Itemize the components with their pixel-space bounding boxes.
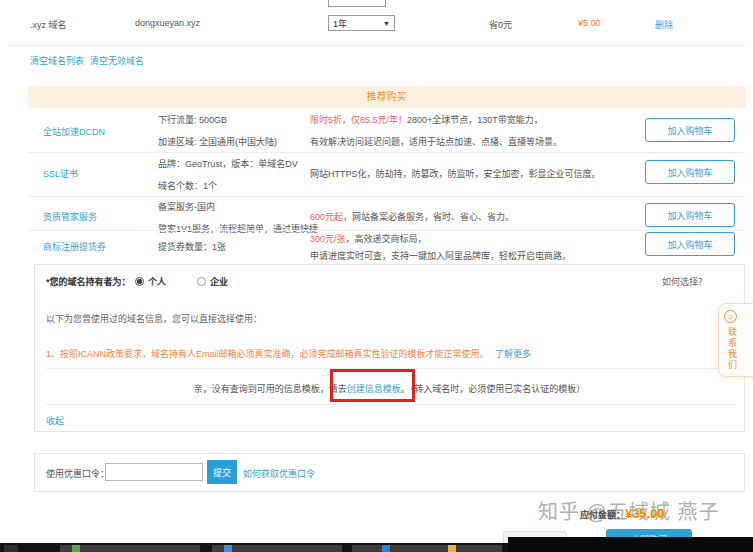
coupon-submit-button[interactable]: 提交 bbox=[207, 460, 237, 484]
term-select[interactable]: 1年 ▼ bbox=[328, 15, 395, 31]
product-link-beian[interactable]: 资质管家服务 bbox=[43, 210, 97, 223]
product-desc: 300元/张，高效递交商标局， bbox=[310, 232, 630, 245]
app-icon-yellow[interactable] bbox=[448, 545, 456, 552]
price-text: ¥5.00 bbox=[578, 18, 601, 28]
chevron-down-icon: ▼ bbox=[383, 20, 390, 27]
clear-domain-list-link[interactable]: 清空域名列表 bbox=[30, 54, 84, 67]
delete-link[interactable]: 删除 bbox=[655, 18, 673, 31]
collapse-link[interactable]: 收起 bbox=[46, 414, 64, 427]
product-spec: 品牌：GeoTrust，版本：单域名DV bbox=[158, 157, 298, 170]
product-desc-line2: 有效解决访问延迟问题，适用于站点加速、点播、直播等场景。 bbox=[310, 135, 630, 148]
product-spec: 域名个数：1个 bbox=[158, 179, 217, 192]
how-to-choose-link[interactable]: 如何选择？ bbox=[662, 275, 707, 288]
product-spec: 下行流量: 500GB bbox=[158, 113, 227, 126]
product-link-ssl[interactable]: SSL证书 bbox=[43, 167, 78, 180]
red-annotation-box bbox=[330, 369, 415, 402]
domain-name: dongxueyan.xyz bbox=[135, 18, 200, 28]
icann-note: 1、按照ICANN政策要求，域名持有人Email邮箱必须真实准确，必须完成邮箱真… bbox=[46, 347, 531, 360]
divider bbox=[28, 152, 745, 153]
product-spec: 提货券数量：1张 bbox=[158, 240, 226, 253]
divider bbox=[28, 230, 745, 231]
contact-widget[interactable]: ☺ 联系我们 bbox=[718, 303, 753, 377]
product-desc: 600元起，网站备案必备服务，省时、省心、省力。 bbox=[310, 210, 630, 223]
product-spec: 管家1V1服务，流程超简单，通过更快捷 bbox=[158, 222, 318, 235]
term-select-value: 1年 bbox=[333, 17, 347, 30]
radio-selected-icon bbox=[135, 277, 144, 286]
add-to-cart-button[interactable]: 加入购物车 bbox=[645, 232, 735, 256]
app-icon-green[interactable] bbox=[72, 545, 80, 552]
radio-unselected-icon bbox=[197, 277, 206, 286]
term-select-remnant bbox=[328, 0, 386, 7]
taskbar-window[interactable] bbox=[352, 545, 502, 552]
divider bbox=[8, 45, 745, 46]
used-info-text: 以下为您曾使用过的域名信息，您可以直接选择使用： bbox=[46, 312, 262, 325]
promo-highlight: 300元/张 bbox=[310, 234, 346, 244]
radio-personal[interactable]: 个人 bbox=[135, 275, 166, 288]
product-desc: 限时5折，仅85.5元/年！2800+全球节点，130T带宽能力， bbox=[310, 113, 630, 126]
contact-widget-label: 联系我们 bbox=[726, 327, 739, 371]
amount-label: 应付金额： bbox=[580, 510, 625, 520]
app-icon-blue[interactable] bbox=[224, 545, 232, 552]
clear-invalid-domain-link[interactable]: 清空无效域名 bbox=[90, 54, 144, 67]
divider bbox=[46, 404, 734, 405]
add-to-cart-button[interactable]: 加入购物车 bbox=[645, 118, 735, 142]
coupon-label: 使用优惠口令： bbox=[46, 467, 109, 480]
product-link-trademark[interactable]: 商标注册提货券 bbox=[43, 240, 106, 253]
product-desc-line2: 申请进度实时可查，支持一键加入阿里品牌库，轻松开启电商路。 bbox=[310, 249, 640, 262]
learn-more-link[interactable]: 了解更多 bbox=[495, 349, 531, 359]
add-to-cart-button[interactable]: 加入购物车 bbox=[645, 160, 735, 184]
domain-tld-label: .xyz 域名 bbox=[30, 18, 67, 31]
app-icon-blue2[interactable] bbox=[382, 545, 390, 552]
domain-purchase-page: .xyz 域名 dongxueyan.xyz 1年 ▼ 省0元 ¥5.00 删除… bbox=[0, 0, 753, 552]
taskbar-window[interactable] bbox=[60, 545, 200, 552]
amount-value: ¥35.00 bbox=[625, 506, 665, 521]
holder-type-label: *您的域名持有者为： bbox=[46, 275, 131, 288]
product-spec: 备案服务-国内 bbox=[158, 200, 215, 213]
divider bbox=[28, 196, 745, 197]
product-desc: 网站HTTPS化，防劫持，防篡改，防监听，安全加密，彰显企业可信度。 bbox=[310, 167, 630, 180]
promo-highlight: 600元起 bbox=[310, 212, 343, 222]
saving-text: 省0元 bbox=[489, 18, 512, 31]
promo-highlight: 限时5折，仅85.5元/年！ bbox=[310, 115, 407, 125]
product-link-dcdn[interactable]: 全站加速DCDN bbox=[43, 125, 105, 138]
add-to-cart-button[interactable]: 加入购物车 bbox=[645, 203, 735, 227]
radio-company[interactable]: 企业 bbox=[197, 275, 228, 288]
coupon-input[interactable] bbox=[105, 463, 203, 481]
payable-amount: 应付金额：¥35.00 bbox=[580, 506, 665, 521]
taskbar-right-block bbox=[508, 537, 753, 552]
how-get-coupon-link[interactable]: 如何获取优惠口令 bbox=[243, 467, 315, 480]
headset-icon: ☺ bbox=[724, 310, 737, 323]
product-spec: 加速区域: 全国通用(中国大陆) bbox=[158, 135, 277, 148]
recommended-banner: 推荐购买 bbox=[28, 86, 745, 108]
start-button[interactable] bbox=[4, 545, 18, 552]
